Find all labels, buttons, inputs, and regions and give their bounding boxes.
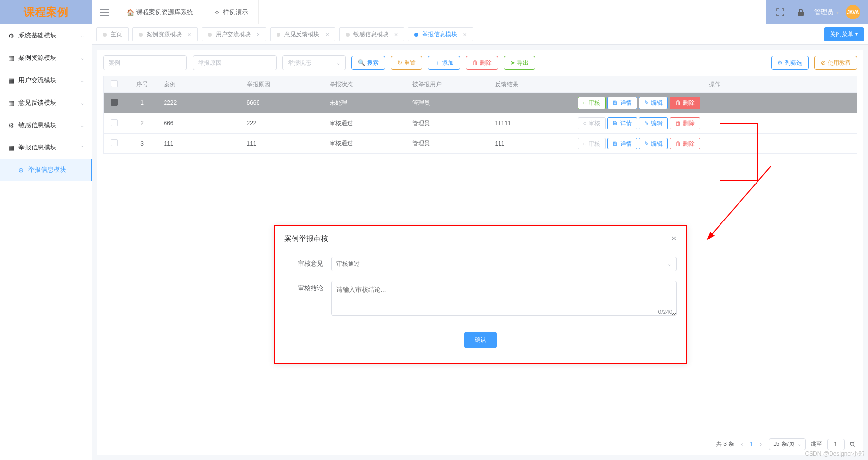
page-size-select[interactable]: 15 条/页⌄	[769, 438, 806, 450]
sidebar-item-label: 举报信息模块	[18, 143, 56, 152]
delete-button[interactable]: 🗑删除	[466, 56, 498, 70]
row-checkbox[interactable]	[111, 139, 118, 146]
tab-sensitive[interactable]: 敏感信息模块×	[339, 27, 405, 41]
gear-icon: ⚙	[8, 122, 15, 129]
avatar[interactable]: JAVA	[846, 5, 860, 19]
tabs-scroll: 主页 案例资源模块× 用户交流模块× 意见反馈模块× 敏感信息模块× 举报信息模…	[96, 27, 820, 41]
row-checkbox[interactable]	[111, 99, 118, 106]
reset-button[interactable]: ↻重置	[391, 56, 422, 70]
detail-button[interactable]: 🗎详情	[607, 138, 637, 150]
sidebar-item-user[interactable]: ▦用户交流模块 ⌄	[0, 69, 92, 92]
tab-close-icon[interactable]: ×	[325, 31, 329, 38]
chevron-down-icon: ⌄	[336, 60, 340, 66]
tab-close-icon[interactable]: ×	[257, 31, 260, 38]
sidebar-item-feedback[interactable]: ▦意见反馈模块 ⌄	[0, 92, 92, 114]
review-button: ○审核	[578, 117, 606, 129]
tab-user[interactable]: 用户交流模块×	[202, 27, 267, 41]
edit-button[interactable]: ✎编辑	[639, 138, 668, 150]
detail-button[interactable]: 🗎详情	[607, 97, 637, 109]
topnav-item-system[interactable]: 🏠 课程案例资源库系统	[117, 0, 203, 24]
row-checkbox[interactable]	[111, 119, 118, 126]
close-menu-dropdown[interactable]: 关闭菜单 ▾	[824, 27, 864, 41]
tab-dot-icon	[414, 33, 418, 37]
help-button[interactable]: ⊘使用教程	[814, 56, 857, 70]
lock-button[interactable]	[794, 5, 808, 19]
sidebar-item-label: 用户交流模块	[18, 76, 56, 85]
refresh-icon: ↻	[397, 59, 402, 67]
sidebar-item-sensitive[interactable]: ⚙敏感信息模块 ⌄	[0, 114, 92, 136]
chevron-down-icon: ⌄	[797, 442, 801, 447]
row-delete-button[interactable]: 🗑删除	[670, 138, 700, 150]
pager-next-button[interactable]: ›	[758, 441, 764, 448]
tab-label: 敏感信息模块	[353, 30, 388, 38]
add-button[interactable]: ＋添加	[428, 56, 460, 70]
logo-text: 课程案例	[24, 5, 69, 19]
btn-label: 删除	[683, 140, 695, 148]
select-all-header[interactable]	[104, 76, 125, 93]
tab-label: 举报信息模块	[422, 30, 457, 38]
grid-icon: ▦	[8, 99, 15, 107]
edit-icon: ✎	[644, 119, 649, 128]
logo-area: 课程案例	[0, 0, 92, 24]
top-navigation: 🏠 课程案例资源库系统 ✧ 样例演示	[117, 0, 766, 24]
result-textarea[interactable]	[331, 281, 677, 316]
pager-current-page[interactable]: 1	[750, 441, 753, 448]
fullscreen-button[interactable]	[774, 5, 787, 19]
btn-label: 删除	[683, 119, 695, 128]
home-icon: 🏠	[127, 9, 133, 16]
detail-button[interactable]: 🗎详情	[607, 117, 637, 129]
filter-case-input[interactable]	[103, 55, 187, 70]
btn-label: 确认	[475, 336, 486, 344]
sidebar-toggle-button[interactable]	[92, 0, 117, 24]
tab-feedback[interactable]: 意见反馈模块×	[270, 27, 335, 41]
export-button[interactable]: ➤导出	[504, 56, 535, 70]
tab-close-icon[interactable]: ×	[187, 31, 191, 38]
sidebar-item-case[interactable]: ▦案例资源模块 ⌄	[0, 47, 92, 69]
table-row[interactable]: 1 2222 6666 未处理 管理员 ○审核 🗎详情 ✎编辑 🗑删除	[104, 93, 857, 113]
tab-home[interactable]: 主页	[96, 27, 129, 41]
btn-label: 审核	[589, 140, 600, 148]
col-feedback: 反馈结果	[490, 76, 573, 93]
table-row[interactable]: 3 111 111 审核通过 管理员 111 ○审核 🗎详情 ✎编辑 🗑删除	[104, 133, 857, 154]
review-button[interactable]: ○审核	[578, 97, 606, 109]
edit-button[interactable]: ✎编辑	[639, 97, 668, 109]
chevron-down-icon: ▾	[855, 31, 858, 37]
search-button[interactable]: 🔍搜索	[351, 56, 385, 70]
sidebar-subitem-report-info[interactable]: ⊕ 举报信息模块	[0, 159, 92, 181]
topnav-item-demo[interactable]: ✧ 样例演示	[203, 0, 259, 24]
btn-label: 删除	[683, 99, 695, 107]
filter-reason-input[interactable]	[193, 55, 277, 70]
grid-icon: ▦	[8, 77, 15, 84]
cell-case: 2222	[159, 93, 242, 113]
trash-icon: 🗑	[472, 59, 478, 67]
edit-button[interactable]: ✎编辑	[639, 117, 668, 129]
user-dropdown[interactable]: 管理员 ▾	[814, 8, 839, 17]
cell-reason: 222	[242, 113, 325, 133]
cell-reason: 6666	[242, 93, 325, 113]
cell-case: 111	[159, 133, 242, 154]
dialog-close-button[interactable]: ×	[671, 234, 677, 244]
tab-label: 意见反馈模块	[284, 30, 319, 38]
filter-status-select[interactable]: 举报状态 ⌄	[282, 55, 346, 70]
opinion-select[interactable]: 审核通过 ⌄	[331, 257, 677, 271]
export-icon: ➤	[510, 59, 515, 67]
jump-page-input[interactable]	[827, 439, 845, 450]
form-row-opinion: 审核意见 审核通过 ⌄	[275, 252, 686, 276]
sidebar-item-system[interactable]: ⚙系统基础模块 ⌄	[0, 24, 92, 47]
column-filter-button[interactable]: ⚙列筛选	[771, 56, 809, 70]
sparkle-icon: ✧	[213, 9, 220, 16]
edit-icon: ✎	[644, 99, 649, 107]
row-delete-button[interactable]: 🗑删除	[670, 97, 700, 109]
col-reason: 举报原因	[242, 76, 325, 93]
tab-report[interactable]: 举报信息模块×	[408, 27, 473, 41]
table-row[interactable]: 2 666 222 审核通过 管理员 11111 ○审核 🗎详情 ✎编辑 🗑删除	[104, 113, 857, 133]
tab-case[interactable]: 案例资源模块×	[132, 27, 198, 41]
pager-prev-button[interactable]: ‹	[739, 441, 745, 448]
tab-close-icon[interactable]: ×	[394, 31, 398, 38]
tab-close-icon[interactable]: ×	[463, 31, 467, 38]
watermark: CSDN @Designer小郑	[805, 450, 864, 458]
confirm-button[interactable]: 确认	[464, 332, 497, 348]
row-delete-button[interactable]: 🗑删除	[670, 117, 700, 129]
sidebar-item-report[interactable]: ▦举报信息模块 ⌃	[0, 136, 92, 159]
trash-icon: 🗑	[675, 119, 681, 128]
